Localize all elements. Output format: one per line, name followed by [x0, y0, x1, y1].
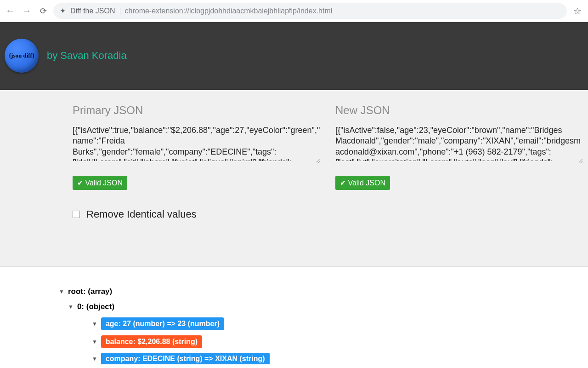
- new-json-input[interactable]: [335, 125, 583, 161]
- new-valid-badge: ✔ Valid JSON: [335, 176, 390, 190]
- new-column: New JSON ✔ Valid JSON: [335, 104, 588, 190]
- new-json-label: New JSON: [335, 104, 588, 117]
- resize-handle-icon[interactable]: [577, 156, 583, 163]
- caret-icon: ▼: [92, 339, 97, 345]
- caret-icon: ▼: [68, 304, 74, 310]
- app-logo: {json diff}: [5, 39, 39, 73]
- tree-node-0-label: 0: (object): [77, 302, 114, 311]
- back-button[interactable]: ←: [4, 5, 17, 17]
- remove-identical-label: Remove Identical values: [86, 208, 197, 220]
- bookmark-icon[interactable]: ☆: [571, 6, 584, 17]
- input-section: Primary JSON ✔ Valid JSON New JSON ✔ Val…: [0, 90, 588, 267]
- primary-json-input[interactable]: [73, 125, 321, 161]
- diff-company: company: EDECINE (string) => XIXAN (stri…: [101, 353, 270, 364]
- primary-valid-badge: ✔ Valid JSON: [73, 176, 127, 190]
- address-bar[interactable]: ✦ Diff the JSON chrome-extension://lclog…: [53, 3, 567, 19]
- browser-toolbar: ← → ⟳ ✦ Diff the JSON chrome-extension:/…: [0, 0, 588, 22]
- page-title: Diff the JSON: [70, 7, 115, 15]
- diff-row[interactable]: ▼ balance: $2,206.88 (string): [92, 335, 588, 348]
- caret-icon: ▼: [59, 288, 64, 295]
- resize-handle-icon[interactable]: [314, 156, 321, 163]
- tree-root[interactable]: ▼ root: (array): [59, 287, 588, 296]
- tree-node-0[interactable]: ▼ 0: (object): [68, 302, 588, 311]
- extension-icon: ✦: [60, 6, 66, 15]
- diff-balance: balance: $2,206.88 (string): [101, 335, 202, 348]
- diff-age: age: 27 (number) => 23 (number): [101, 317, 224, 330]
- logo-text: {json diff}: [9, 52, 34, 59]
- diff-results: ▼ root: (array) ▼ 0: (object) ▼ age: 27 …: [0, 267, 588, 364]
- tree-root-label: root: (array): [68, 287, 112, 296]
- byline: by Savan Koradia: [47, 50, 127, 62]
- remove-identical-row: Remove Identical values: [73, 208, 588, 220]
- caret-icon: ▼: [92, 321, 97, 327]
- page-url: chrome-extension://lclogpjdohhdiaacmkbai…: [125, 7, 560, 15]
- primary-json-label: Primary JSON: [73, 104, 332, 117]
- reload-button[interactable]: ⟳: [37, 5, 50, 17]
- diff-row[interactable]: ▼ company: EDECINE (string) => XIXAN (st…: [92, 353, 588, 364]
- address-separator: [120, 7, 120, 15]
- remove-identical-checkbox[interactable]: [73, 211, 80, 218]
- forward-button[interactable]: →: [20, 5, 33, 17]
- diff-row[interactable]: ▼ age: 27 (number) => 23 (number): [92, 317, 588, 330]
- app-header: {json diff} by Savan Koradia: [0, 22, 588, 90]
- primary-column: Primary JSON ✔ Valid JSON: [73, 104, 335, 190]
- caret-icon: ▼: [92, 356, 97, 362]
